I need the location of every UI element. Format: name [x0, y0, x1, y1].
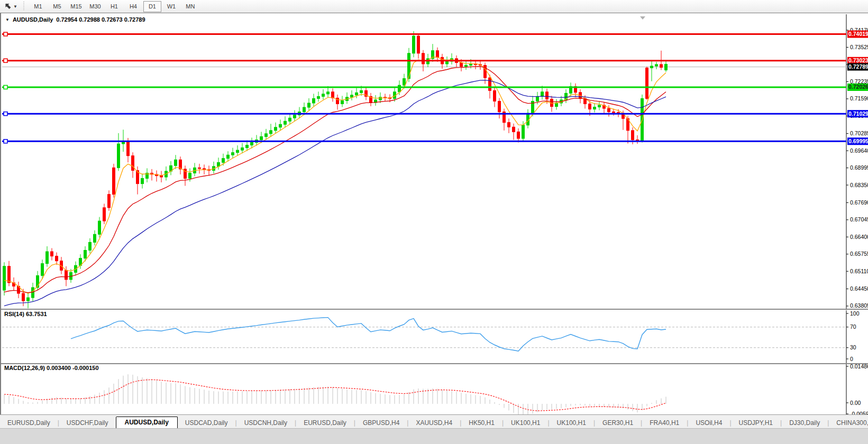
candle-body — [46, 252, 49, 264]
level-anchor — [4, 140, 7, 143]
candle-body — [498, 101, 501, 112]
candle-body — [51, 252, 53, 256]
price-tick-label: 0.63805 — [850, 302, 868, 309]
price-tick-label: 0.65755 — [850, 251, 868, 257]
price-tick-label: 0.65110 — [850, 268, 868, 274]
symbol-tab-usdcad-daily[interactable]: USDCAD,Daily — [178, 418, 235, 429]
chart-cursor-icon[interactable] — [2, 2, 13, 11]
timeframe-button-m15[interactable]: M15 — [67, 1, 85, 12]
price-tick-label: 0.68350 — [850, 182, 868, 188]
candle-body — [313, 98, 315, 103]
candle-body — [665, 64, 668, 70]
symbol-tab-usdcnh-daily[interactable]: USDCNH,Daily — [237, 418, 295, 429]
timeframe-button-h1[interactable]: H1 — [105, 1, 123, 12]
symbol-tab-xauusd-h4[interactable]: XAUUSD,H4 — [408, 418, 460, 429]
candle-body — [336, 98, 339, 104]
candle-body — [236, 150, 239, 153]
symbol-tab-dj30-daily[interactable]: DJ30,Daily — [782, 418, 827, 429]
symbol-tab-ger30-h1[interactable]: GER30,H1 — [595, 418, 641, 429]
candle-body — [41, 264, 44, 276]
candle-body — [527, 113, 529, 125]
candle-body — [108, 195, 111, 208]
candle-body — [22, 293, 25, 301]
candle-body — [536, 96, 539, 101]
chart-cursor-icon-glyph — [4, 3, 11, 10]
candle-body — [279, 124, 282, 127]
symbol-tab-usoil-h4[interactable]: USOil,H4 — [688, 418, 729, 429]
symbol-tab-eurusd-daily[interactable]: EURUSD,Daily — [296, 418, 354, 429]
candle-body — [32, 288, 34, 298]
candle-body — [494, 90, 496, 101]
symbol-tab-china300-h1[interactable]: CHINA300,H1 — [829, 418, 868, 429]
symbol-tab-uk100-h1[interactable]: UK100,H1 — [504, 418, 547, 429]
trading-terminal-window: ▼ M1M5M15M30H1H4D1W1MN 0.741700.735250.7… — [0, 0, 868, 444]
candle-body — [598, 105, 601, 107]
symbol-tab-gbpusd-h4[interactable]: GBPUSD,H4 — [355, 418, 407, 429]
level-badge-label: 0.69995 — [848, 138, 868, 144]
chart-title: ▼ AUDUSD,Daily 0.72954 0.72988 0.72673 0… — [5, 16, 145, 23]
macd-tick-label: 0.00 — [850, 400, 861, 406]
symbol-tab-fra40-h1[interactable]: FRA40,H1 — [642, 418, 687, 429]
rsi-indicator-label: RSI(14) 63.7531 — [4, 311, 47, 317]
candle-body — [632, 131, 634, 140]
candle-body — [351, 95, 353, 97]
timeframe-buttons: M1M5M15M30H1H4D1W1MN — [29, 1, 200, 12]
candle-body — [398, 85, 401, 92]
candle-body — [103, 208, 106, 221]
level-anchor — [4, 85, 7, 89]
candle-body — [227, 155, 230, 159]
candle-body — [460, 62, 463, 67]
price-tick-label: 0.67045 — [850, 216, 868, 223]
candle-body — [175, 160, 177, 165]
timeframe-button-d1[interactable]: D1 — [143, 1, 161, 12]
symbol-tab-usdjpy-h1[interactable]: USDJPY,H1 — [732, 418, 780, 429]
candle-body — [241, 148, 244, 151]
symbol-tab-uk100-h1[interactable]: UK100,H1 — [550, 418, 593, 429]
candle-body — [341, 100, 344, 104]
timeframe-button-m1[interactable]: M1 — [29, 1, 47, 12]
candle-body — [555, 103, 558, 107]
symbol-tab-usdchf-daily[interactable]: USDCHF,Daily — [59, 418, 116, 429]
candle-body — [27, 298, 30, 301]
timeframe-button-mn[interactable]: MN — [181, 1, 199, 12]
candle-body — [117, 144, 120, 168]
candle-body — [660, 64, 663, 68]
chart-cursor-dropdown-icon[interactable]: ▼ — [13, 4, 17, 9]
candle-body — [8, 266, 11, 283]
candle-body — [284, 121, 287, 124]
level-badge-label: 0.74019 — [848, 31, 868, 37]
timeframe-button-m30[interactable]: M30 — [86, 1, 104, 12]
symbol-tab-hk50-h1[interactable]: HK50,H1 — [461, 418, 502, 429]
price-tick-label: 0.64450 — [850, 285, 868, 292]
price-tick-label: 0.66400 — [850, 234, 868, 240]
candle-body — [417, 36, 420, 53]
candle-body — [113, 168, 115, 194]
toolbar-grip[interactable] — [23, 2, 25, 11]
level-badge-label: 0.71029 — [848, 110, 868, 117]
chart-ohlc-values: 0.72954 0.72988 0.72673 0.72789 — [56, 16, 145, 23]
symbol-tab-eurusd-daily[interactable]: EURUSD,Daily — [0, 418, 58, 429]
price-tick-label: 0.68995 — [850, 164, 868, 171]
timeframe-toolbar: ▼ M1M5M15M30H1H4D1W1MN — [0, 0, 868, 13]
candle-body — [189, 173, 191, 178]
candle-body — [470, 64, 472, 66]
chart-background — [1, 13, 868, 428]
candle-body — [446, 61, 449, 64]
candle-body — [403, 79, 406, 86]
rsi-tick-label: 0 — [850, 356, 853, 362]
candle-body — [332, 92, 334, 98]
candle-body — [265, 134, 268, 137]
candle-body — [275, 127, 277, 131]
chart-menu-arrow-icon[interactable]: ▼ — [5, 17, 10, 22]
rsi-tick-label: 100 — [850, 310, 860, 317]
symbol-tab-bar: EURUSD,Daily|USDCHF,DailyAUDUSD,DailyUSD… — [0, 414, 868, 429]
candle-body — [141, 179, 144, 184]
timeframe-button-w1[interactable]: W1 — [162, 1, 180, 12]
timeframe-button-m5[interactable]: M5 — [48, 1, 66, 12]
candle-body — [65, 270, 68, 280]
chart-canvas[interactable]: 0.741700.735250.728800.722350.715900.709… — [1, 13, 868, 428]
status-strip — [0, 428, 868, 444]
symbol-tab-audusd-daily[interactable]: AUDUSD,Daily — [116, 417, 178, 429]
price-tick-label: 0.71590 — [850, 95, 868, 101]
timeframe-button-h4[interactable]: H4 — [124, 1, 142, 12]
